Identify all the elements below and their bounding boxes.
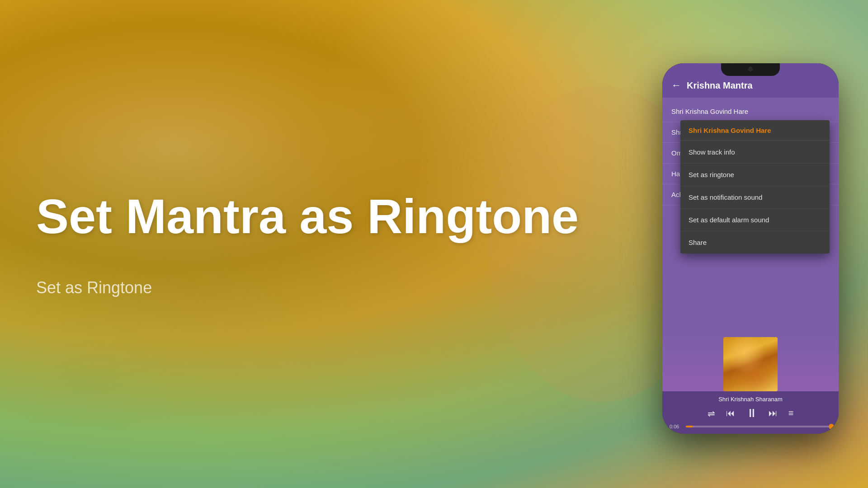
progress-fill: [686, 426, 693, 427]
left-section: Set Mantra as Ringtone Set as Ringtone: [0, 164, 651, 324]
content-wrapper: Set Mantra as Ringtone Set as Ringtone ←…: [0, 0, 868, 488]
progress-thumb: [829, 424, 834, 429]
player-bar: Shri Krishnah Sharanam ⇌ ⏮ ⏸ ⏭ ≡ 0:06: [662, 391, 839, 434]
time-current: 0:06: [670, 424, 682, 429]
now-playing-title: Shri Krishnah Sharanam: [670, 396, 831, 403]
phone-screen: ← Krishna Mantra Shri Krishna Govind Har…: [662, 63, 839, 434]
right-section: ← Krishna Mantra Shri Krishna Govind Har…: [651, 54, 868, 434]
song-item-1[interactable]: Shri Krishna Govind Hare: [662, 101, 839, 122]
next-button[interactable]: ⏭: [769, 408, 778, 418]
menu-item-set-notification[interactable]: Set as notification sound: [680, 186, 830, 209]
prev-button[interactable]: ⏮: [726, 408, 735, 418]
sub-title: Set as Ringtone: [36, 278, 615, 297]
context-menu: Shri Krishna Govind Hare Show track info…: [680, 120, 830, 253]
song-list: Shri Krishna Govind Hare Shri K... Om N.…: [662, 98, 839, 333]
menu-item-show-track-info[interactable]: Show track info: [680, 141, 830, 164]
main-title: Set Mantra as Ringtone: [36, 191, 615, 242]
phone-frame: ← Krishna Mantra Shri Krishna Govind Har…: [662, 63, 839, 434]
more-button[interactable]: ≡: [788, 408, 794, 418]
menu-item-set-alarm[interactable]: Set as default alarm sound: [680, 209, 830, 231]
player-controls: ⇌ ⏮ ⏸ ⏭ ≡: [670, 406, 831, 420]
artwork-inner: [723, 337, 778, 391]
pause-button[interactable]: ⏸: [746, 406, 758, 420]
menu-item-share[interactable]: Share: [680, 231, 830, 253]
menu-item-set-ringtone[interactable]: Set as ringtone: [680, 164, 830, 186]
back-button[interactable]: ←: [671, 80, 681, 91]
progress-track[interactable]: [686, 426, 831, 427]
artwork-image: [723, 337, 778, 391]
progress-bar-container: 0:06: [670, 424, 831, 429]
app-title: Krishna Mantra: [687, 80, 753, 91]
context-menu-selected-song: Shri Krishna Govind Hare: [680, 120, 830, 141]
phone-camera: [748, 67, 753, 71]
artwork-section: [662, 333, 839, 391]
shuffle-button[interactable]: ⇌: [708, 408, 715, 419]
